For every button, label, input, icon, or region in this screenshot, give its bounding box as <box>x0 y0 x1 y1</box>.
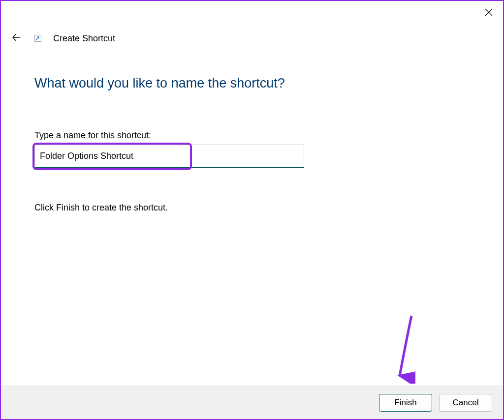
wizard-header: Create Shortcut <box>10 31 115 45</box>
name-input-container <box>34 145 304 168</box>
wizard-content: What would you like to name the shortcut… <box>34 76 473 213</box>
finish-button[interactable]: Finish <box>379 394 432 412</box>
shortcut-overlay-icon <box>33 34 42 43</box>
wizard-title: Create Shortcut <box>53 33 115 44</box>
annotation-arrow-icon <box>396 315 415 384</box>
shortcut-name-input[interactable] <box>34 145 304 168</box>
close-icon <box>485 8 493 18</box>
wizard-button-bar: Finish Cancel <box>1 386 503 419</box>
back-arrow-icon <box>11 32 22 45</box>
wizard-question: What would you like to name the shortcut… <box>34 76 473 91</box>
wizard-instruction: Click Finish to create the shortcut. <box>34 203 473 213</box>
back-button[interactable] <box>10 31 24 45</box>
svg-rect-3 <box>35 35 41 42</box>
close-button[interactable] <box>481 6 496 21</box>
name-input-label: Type a name for this shortcut: <box>34 130 473 141</box>
cancel-button[interactable]: Cancel <box>439 394 492 412</box>
create-shortcut-wizard: Create Shortcut What would you like to n… <box>0 0 504 420</box>
